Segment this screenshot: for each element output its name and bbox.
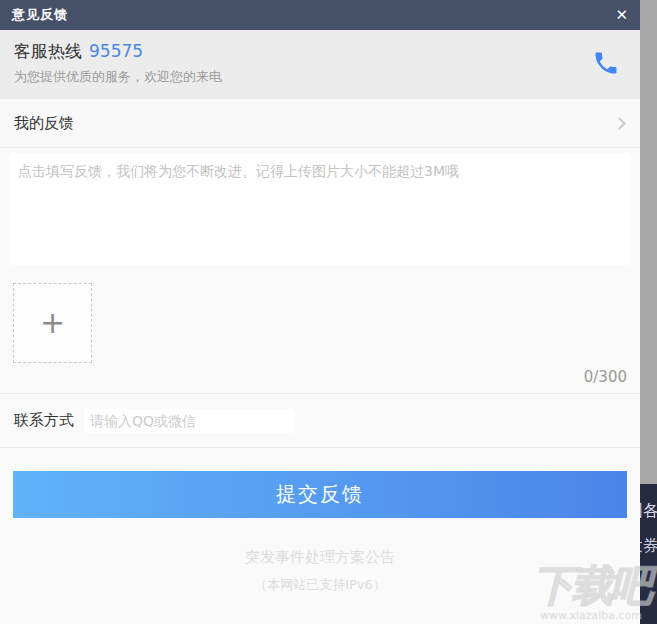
feedback-textarea[interactable] xyxy=(10,153,630,265)
dialog-title: 意见反馈 xyxy=(12,6,68,24)
char-counter: 0/300 xyxy=(0,368,640,386)
phone-icon[interactable] xyxy=(592,49,620,77)
submit-feedback-button[interactable]: 提交反馈 xyxy=(13,471,627,518)
emergency-plan-link[interactable]: 突发事件处理方案公告 xyxy=(0,548,640,567)
hotline-subtitle: 为您提供优质的服务，欢迎您的来电 xyxy=(14,68,626,86)
contact-label: 联系方式 xyxy=(14,411,74,430)
chevron-right-icon xyxy=(613,117,626,130)
upload-image-button[interactable]: + xyxy=(13,283,92,363)
ipv6-notice: （本网站已支持IPv6） xyxy=(0,576,640,594)
hotline-label: 客服热线 xyxy=(14,41,82,61)
contact-row: 联系方式 xyxy=(0,393,640,448)
background-overlay-strip xyxy=(640,0,657,484)
feedback-dialog: 意见反馈 ✕ 客服热线95575 为您提供优质的服务，欢迎您的来电 我的反馈 +… xyxy=(0,0,640,624)
footer-links: 突发事件处理方案公告 （本网站已支持IPv6） xyxy=(0,548,640,594)
hotline-section: 客服热线95575 为您提供优质的服务，欢迎您的来电 xyxy=(0,30,640,99)
dialog-titlebar: 意见反馈 ✕ xyxy=(0,0,640,30)
my-feedback-label: 我的反馈 xyxy=(14,114,74,133)
background-partial-text: 国各 xyxy=(640,501,657,522)
contact-input[interactable] xyxy=(84,409,294,433)
my-feedback-row[interactable]: 我的反馈 xyxy=(0,99,640,148)
hotline-number: 95575 xyxy=(89,41,143,61)
background-page-strip: 国各 大券 xyxy=(640,484,657,624)
background-partial-text: 大券 xyxy=(640,536,657,557)
close-icon[interactable]: ✕ xyxy=(615,8,628,23)
plus-icon: + xyxy=(40,308,65,338)
